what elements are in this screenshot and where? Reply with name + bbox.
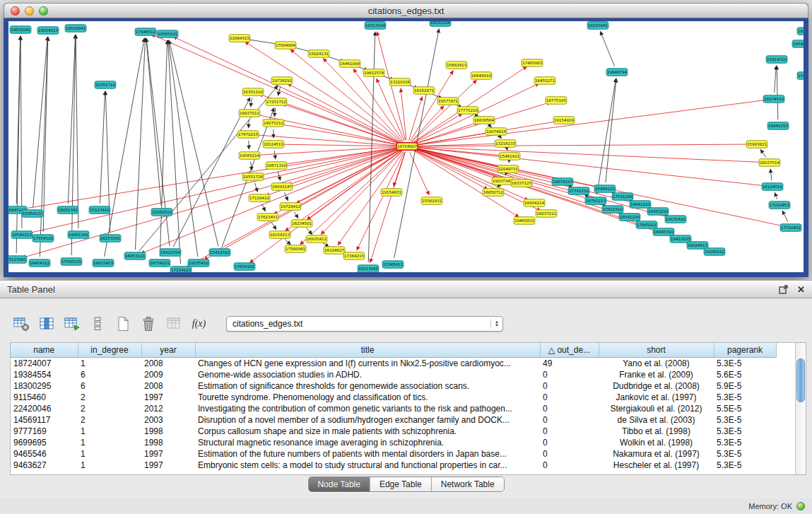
close-panel-icon[interactable]: ✕ xyxy=(797,285,805,294)
graph-node[interactable]: 16453121 xyxy=(124,252,146,260)
graph-node[interactable]: 18775105 xyxy=(546,97,567,105)
graph-node[interactable]: 15461421 xyxy=(499,153,520,160)
select-columns-icon[interactable] xyxy=(37,314,56,333)
graph-node[interactable]: 15964121 xyxy=(594,185,616,193)
column-header-4[interactable]: △ out_de... xyxy=(540,343,599,358)
graph-node[interactable]: 17485083 xyxy=(522,59,543,67)
table-cell[interactable]: Changes of HCN gene expression and I(f) … xyxy=(195,358,540,370)
graph-node[interactable]: 19054213 xyxy=(37,27,59,35)
table-scrollbar[interactable] xyxy=(795,343,806,474)
graph-node[interactable]: 16858712 xyxy=(483,189,504,197)
table-cell[interactable]: 1998 xyxy=(141,437,195,448)
table-cell[interactable]: Franke et al. (2009) xyxy=(599,369,714,380)
column-header-1[interactable]: in_degree xyxy=(78,343,141,358)
graph-node[interactable]: 18313045 xyxy=(358,265,379,272)
graph-node[interactable]: 18274510 xyxy=(763,95,784,103)
table-row[interactable]: 911546021997Tourette syndrome. Phenomeno… xyxy=(11,392,776,403)
table-row[interactable]: 977716911998Corpus callosum shape and si… xyxy=(11,426,776,437)
graph-node[interactable]: 16838564 xyxy=(473,117,495,124)
graph-node[interactable]: 18937011 xyxy=(239,110,260,117)
table-cell[interactable]: 9463627 xyxy=(11,460,78,471)
graph-node[interactable]: 18754201 xyxy=(149,259,170,267)
float-panel-icon[interactable] xyxy=(779,285,789,294)
table-cell[interactable]: 1 xyxy=(78,448,141,460)
table-cell[interactable]: 9465546 xyxy=(11,448,78,460)
import-table-icon[interactable] xyxy=(62,314,81,333)
table-cell[interactable]: 5.6E-5 xyxy=(714,369,776,380)
graph-node[interactable]: 16253141 xyxy=(100,235,121,243)
table-source-select[interactable]: citations_edges.txt ▲ ▼ xyxy=(226,316,503,332)
table-cell[interactable]: 18300295 xyxy=(11,380,78,392)
graph-node[interactable]: 18641203 xyxy=(630,201,651,209)
graph-node[interactable]: 17580941 xyxy=(285,245,306,253)
table-cell[interactable]: 1 xyxy=(78,460,141,471)
graph-node[interactable]: 17623451 xyxy=(257,214,278,221)
graph-node[interactable]: 15123981 xyxy=(8,256,27,264)
graph-node[interactable]: 19738291 xyxy=(271,77,293,85)
table-cell[interactable]: Embryonic stem cells: a model to study s… xyxy=(195,460,540,471)
table-cell[interactable]: 6 xyxy=(78,380,141,392)
table-cell[interactable]: 5.9E-5 xyxy=(714,380,776,392)
table-cell[interactable]: 2008 xyxy=(141,380,195,392)
graph-node[interactable]: 19465831 xyxy=(514,217,535,225)
table-cell[interactable]: Wolkin et al. (1998) xyxy=(599,437,714,448)
table-row[interactable]: 1872400712008Changes of HCN gene express… xyxy=(11,358,776,370)
table-cell[interactable]: Jankovic et al. (1997) xyxy=(599,392,714,403)
table-cell[interactable]: de Silva et al. (2003) xyxy=(599,414,714,426)
network-canvas[interactable]: 1872400722884323178948841582413116461099… xyxy=(8,21,804,272)
graph-node[interactable]: 18540213 xyxy=(11,231,33,239)
tab-edge-table[interactable]: Edge Table xyxy=(370,477,432,491)
graph-node[interactable]: 16912354 xyxy=(160,249,181,257)
graph-node[interactable]: 18519041 xyxy=(65,25,86,33)
graph-node[interactable]: 18124511 xyxy=(263,141,284,148)
graph-node[interactable]: 14275212 xyxy=(263,119,284,127)
table-cell[interactable]: Corpus callosum shape and size in male p… xyxy=(195,426,540,437)
table-cell[interactable]: 0 xyxy=(540,369,599,380)
row-height-icon[interactable] xyxy=(88,314,107,333)
zoom-window-button[interactable] xyxy=(39,6,48,16)
graph-node[interactable]: 17364215 xyxy=(343,252,365,260)
graph-node[interactable]: 15993821 xyxy=(746,141,767,148)
table-cell[interactable]: 18724007 xyxy=(11,358,78,370)
column-header-6[interactable]: pagerank xyxy=(714,343,776,358)
graph-node[interactable]: 16037514 xyxy=(759,159,780,167)
graph-node[interactable]: 18154213 xyxy=(269,231,290,239)
table-cell[interactable]: 5.3E-5 xyxy=(714,460,776,471)
graph-node[interactable]: 15123410 xyxy=(89,206,110,214)
table-cell[interactable]: 5.3E-5 xyxy=(714,448,776,460)
graph-node[interactable]: 18679197 xyxy=(552,178,573,186)
table-cell[interactable]: 1 xyxy=(78,437,141,448)
graph-node[interactable]: 16037211 xyxy=(536,210,557,218)
graph-node[interactable]: 19235410 xyxy=(188,259,209,267)
graph-node[interactable]: 19728412 xyxy=(280,203,301,211)
table-cell[interactable]: 0 xyxy=(540,380,599,392)
graph-node[interactable]: 17654102 xyxy=(234,263,255,271)
graph-node[interactable]: 19135420 xyxy=(665,216,686,223)
graph-node[interactable]: 18183041 xyxy=(587,22,608,30)
scrollbar-thumb[interactable] xyxy=(796,358,805,402)
graph-node[interactable]: 18540120 xyxy=(792,40,804,48)
table-cell[interactable]: 22420046 xyxy=(11,403,78,414)
table-row[interactable]: 2242004622012Investigating the contribut… xyxy=(11,403,776,414)
graph-node[interactable]: 16649910 xyxy=(471,72,492,80)
table-cell[interactable]: 49 xyxy=(540,358,599,370)
graph-node[interactable]: 18631041 xyxy=(10,26,31,34)
table-cell[interactable]: Structural magnetic resonance image aver… xyxy=(195,437,540,448)
graph-node[interactable]: 17128412 xyxy=(249,194,270,202)
graph-node[interactable]: 19015413 xyxy=(93,259,114,267)
table-cell[interactable]: 9777169 xyxy=(11,426,78,437)
table-cell[interactable]: 2012 xyxy=(141,403,195,414)
graph-node[interactable]: 16845310 xyxy=(653,228,674,236)
table-cell[interactable]: 0 xyxy=(540,426,599,437)
table-cell[interactable]: Nakamura et al. (1997) xyxy=(599,448,714,460)
table-cell[interactable]: 5.3E-5 xyxy=(714,426,776,437)
table-cell[interactable]: 1997 xyxy=(141,460,195,471)
table-cell[interactable]: Genome-wide association studies in ADHD. xyxy=(195,369,540,380)
graph-node[interactable]: 19648794 xyxy=(606,69,628,76)
graph-node[interactable]: 19154831 xyxy=(381,189,402,197)
table-cell[interactable]: 0 xyxy=(540,392,599,403)
graph-node[interactable]: 19051341 xyxy=(68,231,89,239)
column-header-2[interactable]: year xyxy=(141,343,195,358)
table-cell[interactable]: 2003 xyxy=(141,414,195,426)
table-cell[interactable]: 1997 xyxy=(141,392,195,403)
